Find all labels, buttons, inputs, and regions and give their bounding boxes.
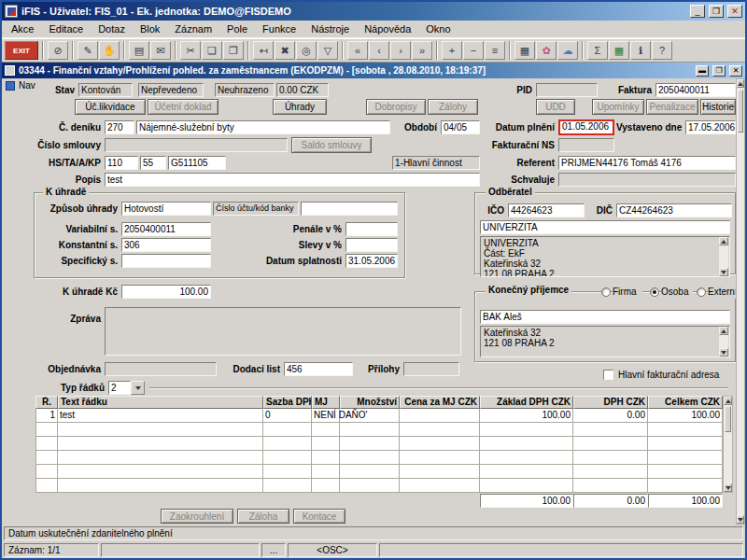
firma-radio[interactable] [601,287,611,297]
ico-field[interactable]: 44264623 [508,203,585,217]
prijemce-jmeno-field[interactable]: BAK Aleš [480,310,730,324]
table-cell[interactable] [573,479,648,493]
last-record-icon[interactable]: » [412,41,432,60]
window-minimize-button[interactable]: _ [690,5,705,18]
historie-button[interactable]: Historie [700,99,736,115]
denik-nazev-field[interactable]: Nájemné-služební byty [136,120,390,134]
info-icon[interactable]: ℹ [630,41,651,60]
table-cell[interactable]: 100.00 [480,409,573,423]
table-cell[interactable]: 1 [35,409,58,423]
specificky-field[interactable] [121,254,211,268]
table-cell[interactable] [573,437,648,451]
table-cell[interactable] [58,465,263,479]
table-cell[interactable] [312,423,340,437]
help-icon[interactable]: ? [652,41,672,60]
odberatel-nazev-field[interactable]: UNIVERZITA [480,220,730,234]
menu-item-funkce[interactable]: Funkce [255,21,303,37]
uc-likvidace-button[interactable]: Úč.likvidace [75,99,146,115]
menu-item-okno[interactable]: Okno [418,21,458,37]
filter-icon[interactable]: ▽ [317,41,338,60]
slevy-field[interactable] [345,238,398,252]
mdi-restore-button[interactable]: ❐ [712,65,726,77]
table-row[interactable]: 1 test 0 NENÍ DAŇO' 100.00 0.00 100.00 [35,409,723,423]
table-row[interactable] [35,465,723,479]
menu-item-dotaz[interactable]: Dotaz [91,21,133,37]
table-cell[interactable] [480,479,573,493]
table-cell[interactable] [35,479,58,493]
table-cell[interactable] [573,423,648,437]
faktura-field[interactable]: 2050400011 [655,83,736,97]
table-row[interactable] [35,437,723,451]
scrollbar-thumb[interactable] [738,90,743,133]
odberatel-adresa-scrollbar[interactable] [719,237,728,276]
table-cell[interactable] [340,437,400,451]
mdi-close-button[interactable]: ✕ [729,65,742,77]
table-cell[interactable] [340,465,400,479]
scroll-up-icon[interactable] [719,237,728,245]
table-cell[interactable] [480,451,573,465]
table-cell[interactable] [35,423,58,437]
table-cell[interactable] [263,423,312,437]
cloud-icon[interactable]: ☁ [557,41,578,60]
table-cell[interactable] [648,465,723,479]
table-cell[interactable] [573,451,648,465]
table-cell[interactable]: 0.00 [573,409,648,423]
first-record-icon[interactable]: « [347,41,368,60]
osoba-radio[interactable] [650,287,659,297]
zpusob-uhrady-field[interactable]: Hotovostí [121,202,211,216]
cut-icon[interactable]: ✂ [180,41,201,60]
menu-item-nastroje[interactable]: Nástroje [303,21,357,37]
scroll-down-icon[interactable] [737,515,744,524]
erase-icon[interactable]: ↤ [253,41,274,60]
chevron-down-icon[interactable] [131,381,145,395]
table-cell[interactable] [480,437,573,451]
window-close-button[interactable]: ✕ [727,5,742,18]
insert-record-icon[interactable]: + [442,41,462,60]
next-record-icon[interactable]: › [390,41,411,60]
penale-field[interactable] [345,222,398,236]
uhrady-button[interactable]: Úhrady [273,99,327,115]
mdi-minimize-button[interactable]: ▬ [696,65,709,77]
table-cell[interactable] [312,479,340,493]
externi-radio[interactable] [697,287,706,297]
k-uhrade-kc-field[interactable]: 100.00 [121,285,211,299]
table-cell[interactable] [400,479,480,493]
hand-icon[interactable]: ✋ [99,41,120,60]
cancel-icon[interactable]: ✖ [275,41,295,60]
edit-icon[interactable]: ✎ [78,41,98,60]
table-cell[interactable]: NENÍ DAŇO' [312,409,340,423]
menu-item-pole[interactable]: Pole [219,21,255,37]
table-cell[interactable] [58,451,263,465]
popis-field[interactable]: test [105,173,480,187]
table-cell[interactable] [340,479,400,493]
scrollbar-thumb[interactable] [725,406,731,432]
table-cell[interactable] [312,451,340,465]
table-cell[interactable] [35,465,58,479]
akp-field[interactable]: G511105 [168,156,226,170]
table-row[interactable] [35,451,723,465]
table-cell[interactable] [263,451,312,465]
table-cell[interactable] [340,423,400,437]
splatnost-field[interactable]: 31.05.2006 [345,254,398,268]
dic-field[interactable]: CZ44264623 [616,203,732,217]
mail-icon[interactable]: ✉ [150,41,171,60]
typ-radku-value[interactable]: 2 [108,381,131,395]
menu-item-zaznam[interactable]: Záznam [167,21,219,37]
denik-field[interactable]: 270 [105,120,134,134]
scroll-up-icon[interactable] [724,397,732,405]
table-cell[interactable] [400,465,480,479]
main-scrollbar[interactable] [736,78,745,525]
menu-item-napoveda[interactable]: Nápověda [357,21,418,37]
typ-radku-combo[interactable]: 2 [108,381,145,395]
flower-icon[interactable]: ✿ [536,41,557,60]
scroll-up-icon[interactable] [719,327,728,335]
table-cell[interactable] [648,437,723,451]
prijemce-adresa-scrollbar[interactable] [719,327,728,357]
menu-item-akce[interactable]: Akce [4,21,41,37]
window-maximize-button[interactable]: ❐ [709,5,724,18]
obdobi-field[interactable]: 04/05 [441,120,480,134]
table-cell[interactable] [58,437,263,451]
table-cell[interactable] [58,423,263,437]
table-cell[interactable] [648,479,723,493]
table-cell[interactable] [312,465,340,479]
